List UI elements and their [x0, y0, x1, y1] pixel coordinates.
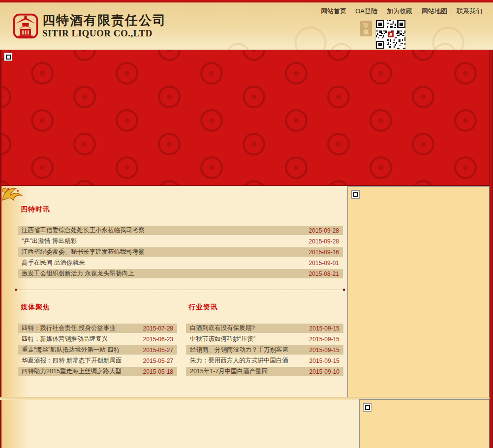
qr-code-image — [375, 20, 406, 49]
nav-contact[interactable]: 联系我们 — [452, 7, 487, 16]
news-link[interactable]: 四特：新媒体营销推动品牌复兴 — [22, 335, 108, 343]
news-date: 2015-06-23 — [143, 336, 173, 343]
news-date: 2015-09-01 — [309, 260, 339, 267]
news-row: 2015年1-7月中国白酒产量同 2015-09-10 — [186, 367, 343, 376]
brand-block: 四特酒有限责任公司 SITIR LIQUOR CO.,LTD — [42, 13, 166, 39]
news-date: 2015-05-27 — [143, 347, 173, 354]
section-title-news: 四特时讯 — [21, 205, 50, 214]
brand-name-en: SITIR LIQUOR CO.,LTD — [42, 28, 166, 39]
news-link[interactable]: 激发工会组织创新活力 永葆龙头昂扬向上 — [22, 269, 134, 278]
brand-name-cn: 四特酒有限责任公司 — [42, 13, 166, 28]
news-row: 重走“海丝”船队抵达境外第一站 四特 2015-05-27 — [18, 345, 177, 355]
dashed-divider — [17, 290, 343, 290]
news-date: 2015-05-27 — [143, 358, 173, 364]
news-row: 四特：践行社会责任,投身公益事业 2015-07-28 — [18, 324, 177, 333]
broken-image-icon — [351, 190, 360, 199]
news-row: 江西省工信委综合处处长王小永莅临我司考察 2015-09-28 — [18, 226, 343, 235]
nav-oa-login[interactable]: OA登陆 — [351, 7, 382, 16]
news-link[interactable]: 白酒到底有没有保质期? — [190, 324, 255, 332]
news-row: 四特：新媒体营销推动品牌复兴 2015-06-23 — [18, 334, 177, 344]
news-link[interactable]: 华夏酒报：四特 新常态下开创新局面 — [22, 357, 122, 365]
news-link[interactable]: 四特：践行社会责任,投身公益事业 — [22, 324, 116, 332]
industry-list: 白酒到底有没有保质期? 2015-09-15 中秋节该如何巧妙“压货” 2015… — [186, 324, 343, 378]
news-link[interactable]: 重走“海丝”船队抵达境外第一站 四特 — [22, 346, 120, 354]
nav-add-favorite[interactable]: 加为收藏 — [382, 7, 417, 16]
nav-sitemap[interactable]: 网站地图 — [417, 7, 452, 16]
news-row: 朱力：要用西方人的方式讲中国白酒 2015-09-15 — [186, 356, 343, 365]
news-row: 中秋节该如何巧妙“压货” 2015-09-15 — [186, 334, 343, 344]
news-row: 高手在民间 品酒你就来 2015-09-01 — [18, 258, 343, 268]
media-list: 四特：践行社会责任,投身公益事业 2015-07-28 四特：新媒体营销推动品牌… — [18, 324, 177, 378]
news-date: 2015-09-15 — [309, 347, 339, 354]
site-header: 四特酒有限责任公司 SITIR LIQUOR CO.,LTD 网站首页 OA登陆… — [0, 2, 493, 50]
news-row: 激发工会组织创新活力 永葆龙头昂扬向上 2015-08-21 — [18, 269, 343, 278]
main-banner — [0, 50, 493, 186]
section-title-industry: 行业资讯 — [188, 303, 218, 312]
news-date: 2015-09-28 — [309, 227, 339, 234]
news-row: 江西省纪委常委、秘书长李建发莅临我司考察 2015-09-16 — [18, 247, 343, 257]
news-link[interactable]: 江西省纪委常委、秘书长李建发莅临我司考察 — [22, 248, 145, 256]
news-date: 2015-09-15 — [309, 336, 339, 343]
news-date: 2015-09-28 — [309, 238, 339, 245]
news-date: 2015-08-21 — [309, 270, 339, 277]
news-row: 经销商、分销商没动力？千万别客啬 2015-09-15 — [186, 345, 343, 355]
page: 四特酒有限责任公司 SITIR LIQUOR CO.,LTD 网站首页 OA登陆… — [0, 0, 493, 448]
news-date: 2015-09-15 — [309, 325, 339, 332]
news-row: 华夏酒报：四特 新常态下开创新局面 2015-05-27 — [18, 356, 177, 365]
sidebar-image-panel — [347, 186, 490, 398]
corner-cloud-ornament-icon — [1, 186, 24, 206]
right-edge-strip — [490, 50, 493, 448]
broken-image-icon — [363, 403, 371, 412]
broken-image-icon — [4, 53, 12, 61]
news-date: 2015-09-10 — [309, 368, 339, 375]
news-row: 白酒到底有没有保质期? 2015-09-15 — [186, 324, 343, 333]
news-link[interactable]: “乒”出激情 博出精彩 — [22, 237, 77, 245]
bottom-image-panel — [359, 399, 490, 448]
news-link[interactable]: 朱力：要用西方人的方式讲中国白酒 — [190, 357, 288, 365]
news-link[interactable]: 经销商、分销商没动力？千万别客啬 — [190, 346, 288, 354]
news-link[interactable]: 2015年1-7月中国白酒产量同 — [190, 367, 268, 376]
section-title-media: 媒体聚焦 — [21, 303, 50, 312]
news-list: 江西省工信委综合处处长王小永莅临我司考察 2015-09-28 “乒”出激情 博… — [18, 226, 343, 280]
news-date: 2015-09-15 — [309, 358, 339, 364]
top-nav: 网站首页 OA登陆 加为收藏 网站地图 联系我们 — [316, 7, 487, 16]
collection-seal: 珍藏 — [360, 21, 372, 36]
news-date: 2015-07-28 — [143, 325, 173, 332]
left-gold-fade — [1, 186, 29, 448]
news-date: 2015-05-18 — [143, 368, 173, 375]
news-link[interactable]: 高手在民间 品酒你就来 — [22, 259, 85, 267]
news-date: 2015-09-16 — [309, 249, 339, 256]
news-row: 四特助力2015重走海上丝绸之路大型 2015-05-18 — [18, 367, 177, 376]
company-logo-icon[interactable] — [13, 13, 38, 39]
news-link[interactable]: 江西省工信委综合处处长王小永莅临我司考察 — [22, 226, 145, 235]
news-link[interactable]: 四特助力2015重走海上丝绸之路大型 — [22, 367, 122, 376]
news-link[interactable]: 中秋节该如何巧妙“压货” — [190, 335, 255, 343]
nav-home[interactable]: 网站首页 — [316, 7, 351, 16]
news-row: “乒”出激情 博出精彩 2015-09-28 — [18, 237, 343, 246]
